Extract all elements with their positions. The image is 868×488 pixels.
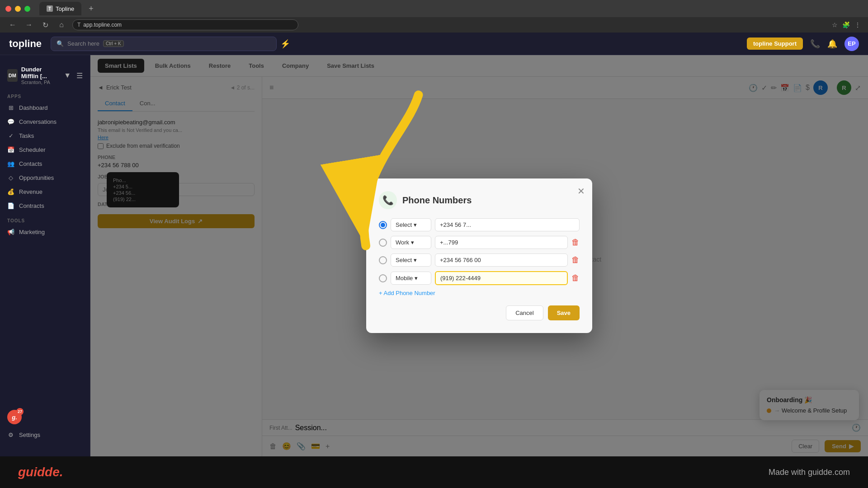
- contracts-icon: 📄: [7, 202, 14, 209]
- delete-btn-3[interactable]: 🗑: [571, 255, 580, 265]
- sidebar-label-opportunities: Opportunities: [19, 174, 54, 181]
- contacts-icon: 👥: [7, 160, 14, 167]
- made-with-text: Made with guidde.com: [769, 468, 850, 477]
- bookmark-button[interactable]: ☆: [832, 21, 838, 28]
- sidebar-item-tasks[interactable]: ✓ Tasks: [0, 129, 90, 143]
- sidebar-item-marketing[interactable]: 📢 Marketing: [0, 225, 90, 239]
- company-selector[interactable]: DM Dunder Mifflin [... Scranton, PA ▼ ☰: [0, 62, 90, 89]
- refresh-button[interactable]: ↻: [40, 21, 51, 29]
- add-phone-label: + Add Phone Number: [379, 290, 435, 296]
- company-icon: DM: [7, 69, 18, 82]
- sidebar-item-contracts[interactable]: 📄 Contracts: [0, 199, 90, 213]
- bell-icon[interactable]: 🔔: [827, 39, 837, 49]
- minimize-dot[interactable]: [15, 6, 21, 12]
- radio-1[interactable]: [379, 221, 387, 229]
- user-avatar[interactable]: EP: [844, 37, 859, 51]
- delete-btn-4[interactable]: 🗑: [571, 273, 580, 283]
- type-select-2[interactable]: Work ▾: [391, 236, 431, 249]
- sidebar-label-settings: Settings: [19, 432, 40, 438]
- content-area: Smart Lists Bulk Actions Restore Tools C…: [90, 55, 868, 456]
- sidebar-item-scheduler[interactable]: 📅 Scheduler: [0, 143, 90, 157]
- app-logo: topline: [9, 38, 42, 50]
- type-label-4: Mobile: [396, 275, 413, 282]
- chevron-down-icon-4: ▾: [415, 275, 418, 282]
- sidebar-item-contacts[interactable]: 👥 Contacts: [0, 157, 90, 171]
- sidebar-bottom: g. 27 ⚙ Settings: [0, 403, 90, 449]
- modal-overlay[interactable]: ✕ 📞 Phone Numbers Select ▾: [90, 55, 868, 456]
- type-label-2: Work: [396, 239, 409, 246]
- sidebar-label-scheduler: Scheduler: [19, 146, 46, 153]
- notification-badge: 27: [16, 408, 24, 415]
- type-select-3[interactable]: Select ▾: [391, 253, 431, 267]
- sidebar-user-item[interactable]: g. 27: [7, 410, 83, 424]
- forward-button[interactable]: →: [24, 21, 34, 29]
- modal-header: 📞 Phone Numbers: [379, 191, 580, 209]
- radio-4[interactable]: [379, 274, 387, 282]
- address-bar[interactable]: T app.topline.com: [72, 19, 298, 30]
- revenue-icon: 💰: [7, 188, 14, 195]
- chevron-down-icon-3: ▾: [414, 257, 417, 263]
- extensions-button[interactable]: 🧩: [842, 21, 850, 28]
- scheduler-icon: 📅: [7, 146, 14, 153]
- browser-addressbar: ← → ↻ ⌂ T app.topline.com ☆ 🧩 ⋮: [0, 17, 868, 33]
- guidde-logo-text: guidde.: [18, 465, 63, 479]
- nav-icons-right: ☆ 🧩 ⋮: [832, 21, 861, 28]
- sidebar-label-tasks: Tasks: [19, 132, 34, 139]
- radio-3[interactable]: [379, 256, 387, 264]
- cancel-button[interactable]: Cancel: [506, 305, 543, 320]
- guidde-logo: guidde.: [18, 465, 63, 479]
- modal-close-button[interactable]: ✕: [577, 186, 585, 197]
- shortcut-badge: Ctrl + K: [103, 40, 124, 47]
- radio-2[interactable]: [379, 239, 387, 247]
- chevron-down-icon-1: ▾: [414, 221, 417, 228]
- chevron-down-icon-2: ▾: [411, 239, 414, 246]
- back-button[interactable]: ←: [7, 21, 18, 29]
- home-button[interactable]: ⌂: [56, 21, 67, 29]
- phone-icon[interactable]: 📞: [810, 39, 820, 49]
- type-select-1[interactable]: Select ▾: [391, 218, 431, 231]
- search-icon: 🔍: [57, 40, 64, 47]
- modal-footer: Cancel Save: [379, 305, 580, 320]
- phone-numbers-modal: ✕ 📞 Phone Numbers Select ▾: [366, 178, 592, 333]
- phone-input-1[interactable]: [435, 218, 580, 231]
- sidebar-label-dashboard: Dashboard: [19, 104, 48, 111]
- add-phone-button[interactable]: + Add Phone Number: [379, 290, 580, 296]
- support-button[interactable]: topline Support: [747, 38, 803, 50]
- search-bar[interactable]: 🔍 Search here Ctrl + K: [51, 37, 277, 51]
- dashboard-icon: ⊞: [7, 104, 14, 111]
- close-dot[interactable]: [5, 6, 11, 12]
- type-select-4[interactable]: Mobile ▾: [391, 272, 431, 285]
- type-label-1: Select: [396, 221, 412, 228]
- sidebar-toggle-icon[interactable]: ☰: [76, 71, 83, 80]
- sidebar-label-conversations: Conversations: [19, 118, 57, 125]
- company-name: Dunder Mifflin [...: [21, 66, 60, 80]
- main-layout: DM Dunder Mifflin [... Scranton, PA ▼ ☰ …: [0, 55, 868, 456]
- address-text: app.topline.com: [83, 22, 122, 28]
- delete-btn-2[interactable]: 🗑: [571, 238, 580, 247]
- conversations-icon: 💬: [7, 118, 14, 125]
- sidebar-item-settings[interactable]: ⚙ Settings: [7, 428, 83, 442]
- sidebar-label-contacts: Contacts: [19, 160, 42, 167]
- browser-tab[interactable]: T Topline: [39, 2, 81, 15]
- phone-input-2[interactable]: [435, 236, 568, 249]
- phone-input-4[interactable]: [435, 271, 568, 285]
- phone-input-3[interactable]: [435, 253, 568, 267]
- sidebar-label-marketing: Marketing: [19, 229, 45, 235]
- browser-titlebar: T Topline +: [0, 0, 868, 17]
- save-button[interactable]: Save: [548, 305, 580, 320]
- phone-row-2: Work ▾ 🗑: [379, 236, 580, 249]
- search-placeholder: Search here: [67, 40, 99, 47]
- new-tab-button[interactable]: +: [89, 4, 94, 14]
- menu-button[interactable]: ⋮: [854, 21, 861, 28]
- sidebar-item-conversations[interactable]: 💬 Conversations: [0, 115, 90, 129]
- sidebar-item-revenue[interactable]: 💰 Revenue: [0, 185, 90, 199]
- sidebar: DM Dunder Mifflin [... Scranton, PA ▼ ☰ …: [0, 55, 90, 456]
- app-container: topline 🔍 Search here Ctrl + K ⚡ topline…: [0, 33, 868, 456]
- browser-chrome: T Topline + ← → ↻ ⌂ T app.topline.com ☆ …: [0, 0, 868, 33]
- sidebar-label-revenue: Revenue: [19, 188, 42, 195]
- opportunities-icon: ◇: [7, 174, 14, 181]
- modal-title: Phone Numbers: [402, 195, 472, 206]
- sidebar-item-opportunities[interactable]: ◇ Opportunities: [0, 171, 90, 185]
- maximize-dot[interactable]: [24, 6, 30, 12]
- sidebar-item-dashboard[interactable]: ⊞ Dashboard: [0, 101, 90, 115]
